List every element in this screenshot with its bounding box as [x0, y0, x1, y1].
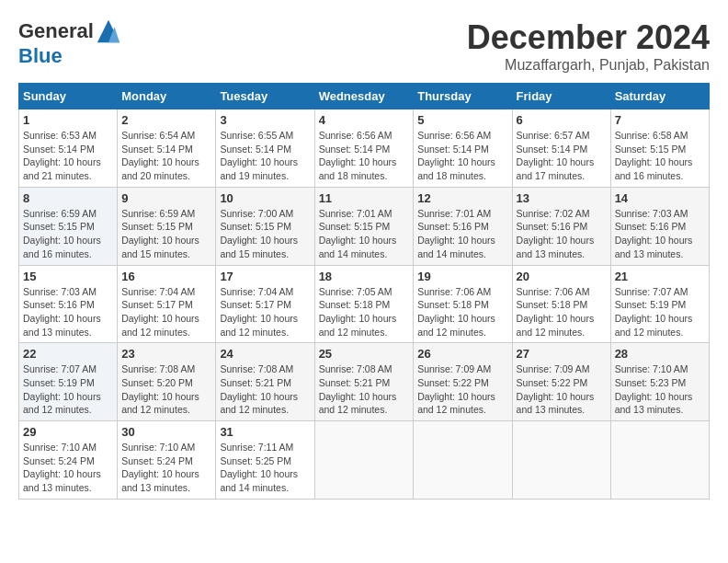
- day-sunset: Sunset: 5:24 PM: [121, 455, 193, 466]
- day-number: 15: [23, 270, 113, 283]
- day-number: 17: [220, 270, 310, 283]
- day-sunset: Sunset: 5:24 PM: [23, 455, 95, 466]
- table-row: 15 Sunrise: 7:03 AM Sunset: 5:16 PM Dayl…: [19, 265, 118, 343]
- month-title: December 2024: [467, 18, 710, 57]
- day-daylight: Daylight: 10 hours and 13 minutes.: [23, 313, 101, 338]
- day-sunrise: Sunrise: 7:04 AM: [220, 286, 293, 297]
- logo: General Blue: [18, 18, 121, 68]
- col-wednesday: Wednesday: [314, 84, 414, 109]
- day-number: 23: [121, 347, 211, 361]
- col-thursday: Thursday: [414, 84, 512, 109]
- day-sunset: Sunset: 5:16 PM: [517, 221, 588, 232]
- day-daylight: Daylight: 10 hours and 13 minutes.: [517, 235, 595, 259]
- day-sunrise: Sunrise: 7:06 AM: [417, 286, 491, 297]
- day-sunset: Sunset: 5:15 PM: [220, 221, 291, 232]
- table-row: 28 Sunrise: 7:10 AM Sunset: 5:23 PM Dayl…: [610, 343, 709, 421]
- col-tuesday: Tuesday: [216, 84, 314, 109]
- day-number: 9: [121, 191, 211, 205]
- day-daylight: Daylight: 10 hours and 15 minutes.: [121, 235, 199, 259]
- table-row: 27 Sunrise: 7:09 AM Sunset: 5:22 PM Dayl…: [512, 343, 610, 421]
- day-sunrise: Sunrise: 7:07 AM: [23, 363, 97, 374]
- day-sunrise: Sunrise: 7:00 AM: [220, 208, 293, 219]
- day-sunset: Sunset: 5:21 PM: [319, 377, 391, 388]
- table-row: 21 Sunrise: 7:07 AM Sunset: 5:19 PM Dayl…: [610, 265, 709, 343]
- table-row: 20 Sunrise: 7:06 AM Sunset: 5:18 PM Dayl…: [512, 265, 610, 343]
- day-number: 19: [417, 270, 507, 283]
- day-sunrise: Sunrise: 7:10 AM: [121, 442, 195, 453]
- day-daylight: Daylight: 10 hours and 12 minutes.: [121, 391, 199, 416]
- day-daylight: Daylight: 10 hours and 21 minutes.: [23, 156, 101, 181]
- day-sunset: Sunset: 5:15 PM: [23, 221, 95, 232]
- table-row: 8 Sunrise: 6:59 AM Sunset: 5:15 PM Dayli…: [19, 187, 118, 265]
- day-sunrise: Sunrise: 7:08 AM: [121, 363, 195, 374]
- day-daylight: Daylight: 10 hours and 12 minutes.: [319, 391, 397, 416]
- table-row: 6 Sunrise: 6:57 AM Sunset: 5:14 PM Dayli…: [512, 109, 610, 188]
- day-sunrise: Sunrise: 7:11 AM: [220, 442, 293, 453]
- day-sunset: Sunset: 5:14 PM: [517, 144, 588, 155]
- day-number: 18: [319, 270, 410, 283]
- day-sunset: Sunset: 5:17 PM: [220, 299, 291, 310]
- day-sunrise: Sunrise: 7:09 AM: [417, 363, 491, 374]
- table-row: 23 Sunrise: 7:08 AM Sunset: 5:20 PM Dayl…: [118, 343, 216, 421]
- day-daylight: Daylight: 10 hours and 17 minutes.: [517, 156, 595, 181]
- table-row: 1 Sunrise: 6:53 AM Sunset: 5:14 PM Dayli…: [19, 109, 118, 188]
- table-row: [414, 421, 512, 500]
- day-number: 7: [615, 113, 705, 127]
- day-number: 16: [121, 270, 211, 283]
- day-daylight: Daylight: 10 hours and 18 minutes.: [417, 156, 495, 181]
- day-sunset: Sunset: 5:19 PM: [615, 299, 687, 310]
- table-row: 19 Sunrise: 7:06 AM Sunset: 5:18 PM Dayl…: [414, 265, 512, 343]
- day-sunset: Sunset: 5:19 PM: [23, 377, 95, 388]
- day-daylight: Daylight: 10 hours and 12 minutes.: [615, 313, 693, 338]
- table-row: 29 Sunrise: 7:10 AM Sunset: 5:24 PM Dayl…: [19, 421, 118, 500]
- day-daylight: Daylight: 10 hours and 12 minutes.: [417, 391, 495, 416]
- day-daylight: Daylight: 10 hours and 13 minutes.: [121, 468, 199, 493]
- day-daylight: Daylight: 10 hours and 14 minutes.: [220, 468, 298, 493]
- table-row: 14 Sunrise: 7:03 AM Sunset: 5:16 PM Dayl…: [610, 187, 709, 265]
- day-daylight: Daylight: 10 hours and 19 minutes.: [220, 156, 298, 181]
- day-number: 22: [23, 347, 113, 361]
- logo-icon: [96, 18, 121, 44]
- day-daylight: Daylight: 10 hours and 20 minutes.: [121, 156, 199, 181]
- day-daylight: Daylight: 10 hours and 13 minutes.: [517, 391, 595, 416]
- day-sunset: Sunset: 5:18 PM: [517, 299, 588, 310]
- table-row: 10 Sunrise: 7:00 AM Sunset: 5:15 PM Dayl…: [216, 187, 314, 265]
- day-daylight: Daylight: 10 hours and 16 minutes.: [23, 235, 101, 259]
- table-row: 11 Sunrise: 7:01 AM Sunset: 5:15 PM Dayl…: [314, 187, 414, 265]
- day-number: 2: [121, 113, 211, 127]
- calendar: Sunday Monday Tuesday Wednesday Thursday…: [18, 83, 710, 500]
- table-row: [610, 421, 709, 500]
- day-sunset: Sunset: 5:16 PM: [417, 221, 489, 232]
- table-row: 7 Sunrise: 6:58 AM Sunset: 5:15 PM Dayli…: [610, 109, 709, 188]
- day-daylight: Daylight: 10 hours and 12 minutes.: [220, 391, 298, 416]
- day-number: 31: [220, 425, 310, 439]
- day-sunrise: Sunrise: 6:57 AM: [517, 130, 590, 141]
- day-sunset: Sunset: 5:18 PM: [319, 299, 391, 310]
- day-number: 8: [23, 191, 113, 205]
- day-daylight: Daylight: 10 hours and 12 minutes.: [319, 313, 397, 338]
- day-number: 12: [417, 191, 507, 205]
- col-saturday: Saturday: [610, 84, 709, 109]
- day-number: 13: [517, 191, 607, 205]
- day-sunrise: Sunrise: 7:03 AM: [615, 208, 688, 219]
- day-sunrise: Sunrise: 6:59 AM: [23, 208, 97, 219]
- table-row: 31 Sunrise: 7:11 AM Sunset: 5:25 PM Dayl…: [216, 421, 314, 500]
- day-sunset: Sunset: 5:15 PM: [121, 221, 193, 232]
- table-row: 9 Sunrise: 6:59 AM Sunset: 5:15 PM Dayli…: [118, 187, 216, 265]
- day-sunset: Sunset: 5:20 PM: [121, 377, 193, 388]
- day-number: 4: [319, 113, 410, 127]
- table-row: 30 Sunrise: 7:10 AM Sunset: 5:24 PM Dayl…: [118, 421, 216, 500]
- table-row: 16 Sunrise: 7:04 AM Sunset: 5:17 PM Dayl…: [118, 265, 216, 343]
- day-number: 14: [615, 191, 705, 205]
- day-sunrise: Sunrise: 6:56 AM: [417, 130, 491, 141]
- day-sunrise: Sunrise: 7:10 AM: [615, 363, 688, 374]
- day-sunset: Sunset: 5:23 PM: [615, 377, 687, 388]
- day-number: 11: [319, 191, 410, 205]
- table-row: 3 Sunrise: 6:55 AM Sunset: 5:14 PM Dayli…: [216, 109, 314, 188]
- day-sunrise: Sunrise: 7:01 AM: [319, 208, 392, 219]
- day-sunset: Sunset: 5:14 PM: [319, 144, 391, 155]
- day-number: 25: [319, 347, 410, 361]
- day-daylight: Daylight: 10 hours and 12 minutes.: [417, 313, 495, 338]
- day-daylight: Daylight: 10 hours and 15 minutes.: [220, 235, 298, 259]
- day-sunrise: Sunrise: 7:09 AM: [517, 363, 590, 374]
